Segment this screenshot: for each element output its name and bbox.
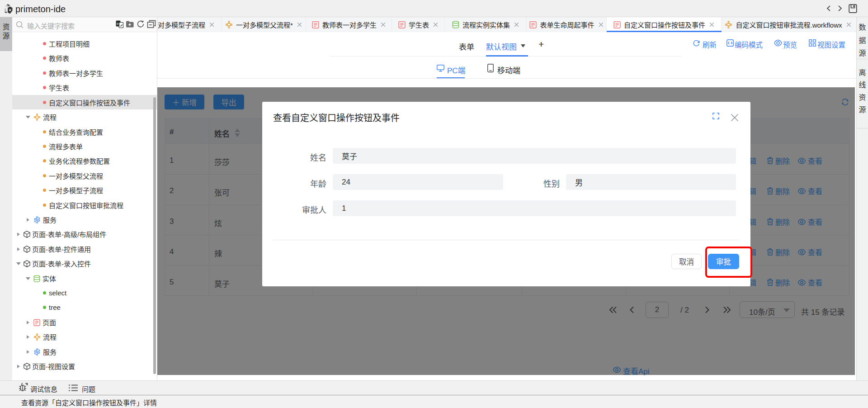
svg-text:in: in: [117, 22, 119, 25]
